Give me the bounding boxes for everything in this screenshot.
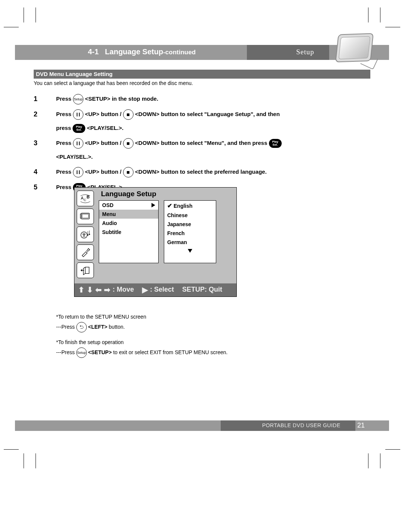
arrow-up-icon: ⬆	[78, 286, 85, 293]
osd-lang-japanese[interactable]: Japanese	[164, 220, 216, 229]
up-button-icon	[73, 138, 83, 149]
up-button-icon	[73, 109, 83, 120]
section-category: Setup	[296, 48, 314, 56]
language-category-icon: ACB	[77, 191, 94, 206]
setup-button-icon: Setup	[73, 94, 83, 104]
exit-category-icon	[77, 262, 94, 278]
play-sel-button-icon: PlaySel.	[73, 124, 85, 133]
osd-lang-french[interactable]: French	[164, 229, 216, 238]
step-number: 3	[34, 138, 56, 162]
step-4: 4 Press <UP> button / <DOWN> button to s…	[34, 167, 370, 177]
section-number: 4-1	[88, 48, 99, 56]
more-down-icon[interactable]	[164, 247, 216, 256]
left-button-icon: ⮌	[76, 322, 87, 332]
svg-rect-9	[85, 267, 89, 274]
svg-text:C: C	[84, 198, 86, 202]
note-1-title: *To return to the SETUP MENU screen	[56, 314, 228, 320]
osd-lang-chinese[interactable]: Chinese	[164, 211, 216, 220]
svg-rect-5	[80, 214, 81, 218]
setup-button-icon: Setup	[76, 347, 87, 358]
osd-item-osd[interactable]: OSD	[99, 201, 158, 210]
osd-lang-german[interactable]: German	[164, 238, 216, 247]
page-number: 21	[357, 422, 365, 429]
down-button-icon	[123, 138, 134, 149]
play-right-icon: ▶	[142, 286, 148, 293]
device-illustration	[333, 34, 378, 69]
osd-title: Language Setup	[101, 190, 236, 198]
arrow-right-icon: ➡	[104, 286, 110, 293]
osd-footer: ⬆ ⬇ ⬅ ➡ : Move ▶ : Select SETUP: Quit	[74, 283, 236, 297]
section-title: Language Setup	[105, 48, 163, 56]
play-sel-button-icon: PlaySel.	[269, 139, 282, 148]
subheading: DVD Menu Language Setting	[34, 70, 370, 79]
footer-band: PORTABLE DVD USER GUIDE 21	[15, 420, 389, 431]
section-continued: -continued	[163, 49, 196, 56]
intro-text: You can select a language that has been …	[34, 80, 193, 86]
pointer-right-icon	[152, 203, 155, 207]
arrow-left-icon: ⬅	[95, 286, 102, 293]
up-button-icon	[73, 167, 83, 177]
osd-sidebar: ACB	[74, 188, 99, 283]
note-2-title: *To finish the setup operation	[56, 339, 228, 345]
step-number: 2	[34, 109, 56, 133]
steps-list: 1 Press Setup <SETUP> in the stop mode. …	[34, 89, 370, 192]
notes: *To return to the SETUP MENU screen ---P…	[56, 307, 228, 358]
custom-category-icon	[77, 244, 94, 260]
check-icon: ✔	[167, 202, 172, 209]
osd-item-menu[interactable]: Menu	[99, 210, 158, 219]
osd-right-column: ✔English Chinese Japanese French German	[164, 200, 216, 263]
step-number: 4	[34, 167, 56, 177]
section-heading: 4-1 Language Setup-continued	[88, 48, 196, 56]
audio-category-icon	[77, 227, 94, 242]
down-button-icon	[123, 167, 134, 177]
step-2: 2 Press <UP> button / <DOWN> button to s…	[34, 109, 370, 133]
osd-screenshot: ACB Language Setup OS	[74, 187, 237, 297]
screen-category-icon	[77, 209, 94, 224]
step-1: 1 Press Setup <SETUP> in the stop mode.	[34, 94, 370, 104]
down-button-icon	[123, 109, 134, 120]
svg-rect-4	[82, 214, 89, 218]
step-number: 5	[34, 182, 56, 192]
step-number: 1	[34, 94, 56, 104]
footer-guide: PORTABLE DVD USER GUIDE	[262, 422, 340, 428]
osd-lang-english[interactable]: ✔English	[164, 201, 216, 211]
osd-left-column: OSD Menu Audio Subtitle	[99, 200, 159, 263]
osd-item-audio[interactable]: Audio	[99, 219, 158, 228]
arrow-down-icon: ⬇	[87, 286, 93, 293]
step-3: 3 Press <UP> button / <DOWN> button to s…	[34, 138, 370, 162]
svg-point-7	[87, 234, 88, 235]
osd-item-subtitle[interactable]: Subtitle	[99, 228, 158, 237]
svg-point-8	[89, 234, 90, 235]
